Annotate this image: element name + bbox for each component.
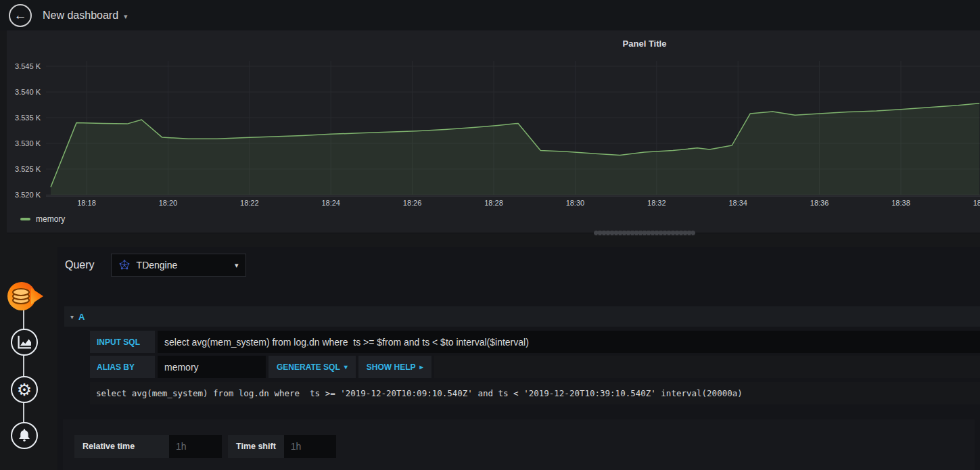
input-sql-field[interactable] bbox=[158, 331, 980, 353]
dashboard-title: New dashboard bbox=[43, 9, 118, 22]
input-sql-label: INPUT SQL bbox=[90, 331, 155, 353]
tdengine-logo-icon bbox=[118, 259, 131, 271]
svg-text:18:38: 18:38 bbox=[891, 199, 910, 207]
svg-text:3.540 K: 3.540 K bbox=[15, 88, 41, 96]
memory-timeseries-chart[interactable]: 3.520 K3.525 K3.530 K3.535 K3.540 K3.545… bbox=[7, 30, 980, 233]
legend-label: memory bbox=[36, 214, 65, 224]
show-help-button[interactable]: SHOW HELP ▸ bbox=[358, 356, 431, 378]
back-button[interactable]: ← bbox=[9, 4, 32, 27]
svg-text:3.520 K: 3.520 K bbox=[15, 191, 41, 199]
svg-text:3.535 K: 3.535 K bbox=[15, 114, 41, 122]
svg-text:18:32: 18:32 bbox=[647, 199, 666, 207]
chevron-down-icon: ▾ bbox=[235, 261, 239, 270]
relative-time-field[interactable] bbox=[169, 435, 222, 458]
row-filler bbox=[434, 356, 980, 378]
legend-item-memory[interactable]: memory bbox=[20, 214, 65, 224]
svg-text:18:34: 18:34 bbox=[728, 199, 747, 207]
svg-text:18:26: 18:26 bbox=[403, 199, 422, 207]
query-section-label: Query bbox=[65, 259, 95, 271]
chevron-down-icon: ▾ bbox=[344, 363, 348, 371]
chevron-right-icon: ▸ bbox=[420, 363, 423, 371]
svg-text:18:30: 18:30 bbox=[566, 199, 585, 207]
time-shift-field[interactable] bbox=[284, 435, 336, 458]
relative-time-label: Relative time bbox=[74, 435, 169, 458]
query-ref-id: A bbox=[78, 312, 85, 322]
svg-text:18:18: 18:18 bbox=[77, 199, 96, 207]
query-options-panel: Relative time Time shift bbox=[63, 419, 975, 470]
query-row-header-a[interactable]: ▾ A bbox=[64, 306, 980, 327]
time-shift-label: Time shift bbox=[228, 435, 284, 458]
svg-text:18:40: 18:40 bbox=[973, 199, 980, 207]
panel-resize-handle[interactable] bbox=[594, 231, 695, 235]
datasource-select[interactable]: TDengine ▾ bbox=[111, 254, 246, 277]
panel-title[interactable]: Panel Title bbox=[623, 39, 667, 49]
alias-by-label: ALIAS BY bbox=[90, 356, 155, 378]
chart-icon bbox=[16, 333, 33, 351]
tab-visualization[interactable] bbox=[11, 329, 38, 356]
datasource-name: TDengine bbox=[137, 260, 235, 271]
gear-icon: ⚙ bbox=[17, 381, 32, 398]
tab-panel-settings[interactable]: ⚙ bbox=[11, 376, 38, 403]
back-arrow-icon: ← bbox=[14, 9, 27, 22]
tab-connector-line bbox=[23, 310, 24, 425]
generated-sql-preview: select avg(mem_system) from log.dn where… bbox=[90, 382, 980, 404]
alias-by-field[interactable] bbox=[158, 356, 266, 378]
svg-text:18:20: 18:20 bbox=[159, 199, 178, 207]
chevron-down-icon: ▾ bbox=[124, 10, 128, 21]
graph-panel: 3.520 K3.525 K3.530 K3.535 K3.540 K3.545… bbox=[7, 30, 980, 233]
collapse-caret-icon: ▾ bbox=[70, 313, 74, 321]
generate-sql-button[interactable]: GENERATE SQL ▾ bbox=[269, 356, 356, 378]
svg-text:3.525 K: 3.525 K bbox=[15, 165, 41, 173]
bell-icon bbox=[16, 427, 33, 444]
dashboard-title-dropdown[interactable]: New dashboard ▾ bbox=[43, 9, 128, 22]
svg-text:3.530 K: 3.530 K bbox=[15, 139, 41, 147]
svg-text:3.545 K: 3.545 K bbox=[15, 62, 41, 70]
svg-text:18:36: 18:36 bbox=[810, 199, 829, 207]
legend-color-dash bbox=[20, 218, 30, 220]
tab-alert[interactable] bbox=[11, 422, 38, 449]
svg-text:18:24: 18:24 bbox=[321, 199, 340, 207]
svg-text:18:28: 18:28 bbox=[484, 199, 503, 207]
queries-database-icon bbox=[6, 281, 44, 312]
tab-queries[interactable] bbox=[6, 281, 44, 312]
query-editor-pane: Query TDengine ▾ ▾ A INPUT SQL bbox=[57, 247, 980, 470]
svg-text:18:22: 18:22 bbox=[240, 199, 259, 207]
top-navbar: ← New dashboard ▾ bbox=[0, 0, 980, 30]
